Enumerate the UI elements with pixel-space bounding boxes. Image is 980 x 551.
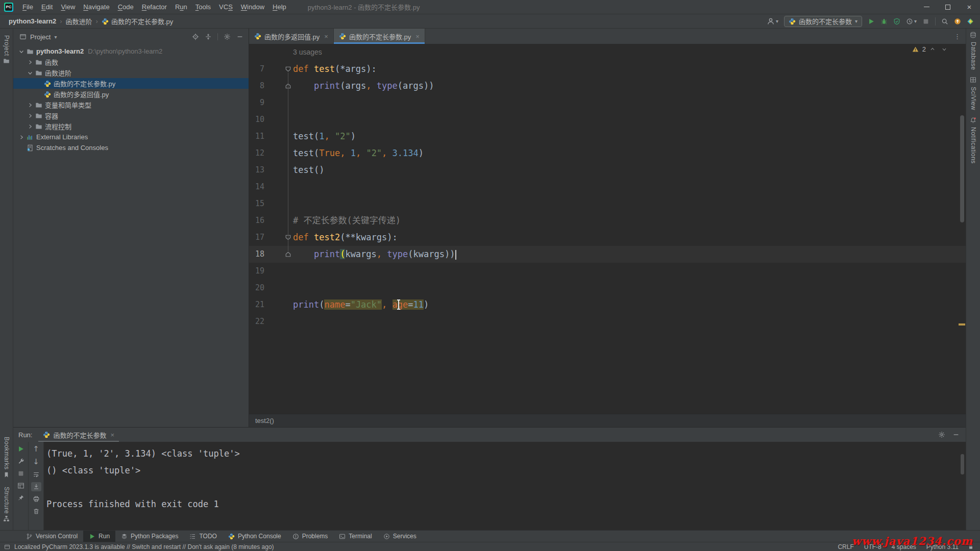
menu-vcs[interactable]: VCS xyxy=(215,1,237,13)
center-column: Project ▾ python3-learn2D:\python\python… xyxy=(13,29,966,530)
chevron-down-icon[interactable]: ▾ xyxy=(54,34,57,40)
bookmarks-stripe-label: Bookmarks xyxy=(3,437,10,470)
stop-button[interactable] xyxy=(17,470,24,477)
console-scrollbar[interactable] xyxy=(961,454,964,474)
navigation-bar: python3-learn2›函数进阶›函数的不定长参数.py ▾ 函数的不定长… xyxy=(0,14,980,29)
toolwindow-terminal[interactable]: Terminal xyxy=(333,531,377,542)
menu-navigate[interactable]: Navigate xyxy=(79,1,113,13)
clear-console-button[interactable] xyxy=(33,508,40,515)
status-message[interactable]: Localized PyCharm 2023.1.3 is available … xyxy=(14,543,274,550)
tree-item-5[interactable]: 变量和简单类型 xyxy=(13,99,249,110)
search-everywhere-button[interactable] xyxy=(941,18,948,25)
hide-panel-button[interactable] xyxy=(236,33,243,40)
tool-stripe-bookmarks[interactable]: Bookmarks xyxy=(3,433,10,478)
toolwindow-version-control[interactable]: Version Control xyxy=(20,531,83,542)
close-icon[interactable]: × xyxy=(110,431,114,439)
tree-item-4[interactable]: 函数的多返回值.py xyxy=(13,89,249,99)
run-panel-label: Run: xyxy=(18,431,32,439)
tree-item-7[interactable]: 流程控制 xyxy=(13,121,249,132)
chevron-down-icon: ▾ xyxy=(776,18,778,24)
menu-code[interactable]: Code xyxy=(114,1,138,13)
menu-run[interactable]: Run xyxy=(171,1,191,13)
console[interactable]: (1, '2') <class 'tuple'>(True, 1, '2', 3… xyxy=(44,442,966,530)
editor: 函数的多返回值.py × 函数的不定长参数.py × ⋮ 3 usages7de… xyxy=(249,29,966,427)
tree-item-2[interactable]: 函数进阶 xyxy=(13,67,249,78)
hide-panel-button[interactable] xyxy=(952,431,960,438)
tool-stripe-database[interactable]: Database xyxy=(970,32,977,71)
code-line-11: 11test(1, "2") xyxy=(249,128,966,145)
rerun-button[interactable] xyxy=(17,445,24,453)
close-icon[interactable]: × xyxy=(415,33,420,40)
project-panel-title[interactable]: Project xyxy=(30,33,51,41)
select-opened-file-button[interactable] xyxy=(192,33,199,40)
profiler-button[interactable]: ▾ xyxy=(906,18,917,25)
breadcrumb-function[interactable]: test2() xyxy=(255,417,274,424)
more-tabs-icon[interactable]: ⋮ xyxy=(954,33,961,40)
menu-edit[interactable]: Edit xyxy=(37,1,57,13)
previous-problem-icon[interactable] xyxy=(930,46,936,53)
close-button[interactable]: × xyxy=(959,0,980,14)
tree-item-1[interactable]: 函数 xyxy=(13,57,249,67)
menu-file[interactable]: File xyxy=(18,1,37,13)
console-line: Process finished with exit code 1 xyxy=(46,496,966,513)
tool-stripe-structure[interactable]: Structure xyxy=(3,483,10,522)
next-problem-icon[interactable] xyxy=(942,46,947,53)
expand-collapse-button[interactable] xyxy=(205,33,212,40)
restore-layout-button[interactable] xyxy=(17,482,24,489)
tree-item-3[interactable]: 函数的不定长参数.py xyxy=(13,78,249,89)
toolwindow-python-packages[interactable]: Python Packages xyxy=(115,531,184,542)
editor-scrollbar[interactable] xyxy=(960,115,964,222)
breadcrumb-item[interactable]: 函数的不定长参数.py xyxy=(100,15,175,27)
toolwindow-problems[interactable]: Problems xyxy=(287,531,334,542)
scroll-to-end-button[interactable] xyxy=(31,482,41,491)
down-stacktrace-button[interactable]: ↓ xyxy=(33,458,39,466)
edit-configuration-button[interactable] xyxy=(17,458,24,465)
close-icon[interactable]: × xyxy=(324,33,328,40)
code-area[interactable]: 3 usages7def test(*args):8 print(args, t… xyxy=(249,44,966,414)
soft-wrap-button[interactable] xyxy=(33,471,40,478)
tree-item-6[interactable]: 容器 xyxy=(13,110,249,121)
toolwindow-todo[interactable]: TODO xyxy=(184,531,222,542)
tool-stripe-notifications[interactable]: Notifications xyxy=(970,117,977,165)
toolwindow-run[interactable]: Run xyxy=(83,531,115,542)
print-button[interactable] xyxy=(33,495,40,503)
minimize-button[interactable] xyxy=(916,0,937,14)
warning-stripe-mark[interactable] xyxy=(959,323,965,325)
menu-tools[interactable]: Tools xyxy=(191,1,215,13)
coverage-button[interactable] xyxy=(893,18,900,25)
tool-stripe-project[interactable]: Project xyxy=(3,32,10,64)
run-configuration-select[interactable]: 函数的不定长参数 ▾ xyxy=(784,16,862,27)
ide-features-trainer-icon[interactable] xyxy=(967,18,974,25)
stop-button[interactable] xyxy=(922,18,929,25)
folder-icon xyxy=(3,58,10,64)
toolwindow-python-console[interactable]: Python Console xyxy=(223,531,287,542)
breadcrumb-item[interactable]: python3-learn2 xyxy=(7,16,58,26)
tree-item-9[interactable]: Scratches and Consoles xyxy=(13,142,249,153)
inspection-widget[interactable]: 2 xyxy=(912,45,949,53)
tab-bar-options[interactable]: ⋮ xyxy=(954,29,966,44)
gear-icon[interactable] xyxy=(224,33,231,40)
breadcrumb-item[interactable]: 函数进阶 xyxy=(64,15,94,27)
pin-tab-button[interactable] xyxy=(17,494,24,502)
run-tab[interactable]: 函数的不定长参数 × xyxy=(38,428,119,442)
tree-item-0[interactable]: python3-learn2D:\python\python3-learn2 xyxy=(13,46,249,57)
tool-stripe-sciview[interactable]: SciView xyxy=(970,77,977,112)
debug-button[interactable] xyxy=(880,18,888,25)
up-stacktrace-button[interactable]: ↑ xyxy=(33,445,39,453)
database-icon xyxy=(970,32,976,38)
gear-icon[interactable] xyxy=(938,431,945,438)
update-available-button[interactable] xyxy=(954,18,961,25)
menu-window[interactable]: Window xyxy=(237,1,268,13)
maximize-icon xyxy=(945,5,950,10)
editor-tab-duofanhuizhi[interactable]: 函数的多返回值.py × xyxy=(249,29,334,44)
run-button[interactable] xyxy=(868,18,875,25)
menu-help[interactable]: Help xyxy=(268,1,290,13)
user-account-button[interactable]: ▾ xyxy=(767,17,778,26)
maximize-button[interactable] xyxy=(937,0,959,14)
toolwindow-services[interactable]: Services xyxy=(378,531,422,542)
tree-item-8[interactable]: External Libraries xyxy=(13,132,249,142)
editor-tab-budingchang[interactable]: 函数的不定长参数.py × xyxy=(334,29,425,44)
event-log-icon[interactable] xyxy=(4,544,10,550)
menu-refactor[interactable]: Refactor xyxy=(138,1,171,13)
menu-view[interactable]: View xyxy=(57,1,79,13)
